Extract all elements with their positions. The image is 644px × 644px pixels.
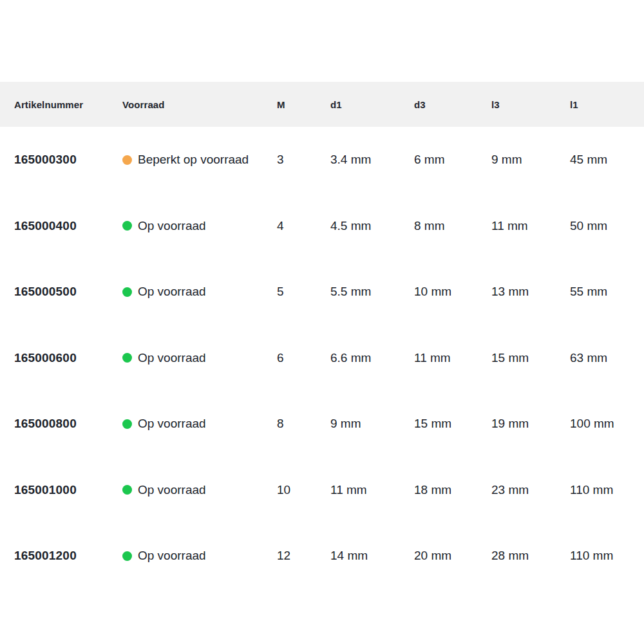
table-row[interactable]: 165001200 Op voorraad 12 14 mm 20 mm 28 … [0,523,644,589]
column-header-m: M [277,99,330,110]
stock-status: Op voorraad [122,417,277,431]
value-d1: 6.6 mm [330,351,414,365]
stock-status-dot-icon [122,287,132,297]
value-m: 10 [277,483,330,497]
value-d3: 6 mm [414,153,491,167]
value-l3: 19 mm [491,417,570,431]
value-l3: 15 mm [491,351,570,365]
article-number[interactable]: 165000600 [14,351,122,365]
stock-status: Op voorraad [122,285,277,299]
table-row[interactable]: 165000300 Beperkt op voorraad 3 3.4 mm 6… [0,127,644,193]
value-m: 4 [277,219,330,233]
article-number[interactable]: 165000500 [14,285,122,299]
stock-status-dot-icon [122,155,132,165]
table-row[interactable]: 165000800 Op voorraad 8 9 mm 15 mm 19 mm… [0,391,644,457]
page: Artikelnummer Voorraad M d1 d3 l3 l1 165… [0,0,644,644]
value-d3: 8 mm [414,219,491,233]
value-l3: 9 mm [491,153,570,167]
value-m: 8 [277,417,330,431]
table-row[interactable]: 165000400 Op voorraad 4 4.5 mm 8 mm 11 m… [0,193,644,260]
value-m: 12 [277,549,330,563]
column-header-l1: l1 [570,99,644,110]
value-d1: 14 mm [330,549,414,563]
value-l3: 28 mm [491,549,570,563]
stock-status-label: Op voorraad [138,417,206,431]
stock-status-label: Op voorraad [138,549,206,563]
stock-status-dot-icon [122,485,132,495]
column-header-d1: d1 [330,99,414,110]
stock-status: Op voorraad [122,219,277,233]
value-m: 3 [277,153,330,167]
stock-status-dot-icon [122,353,132,363]
article-number[interactable]: 165001200 [14,549,122,563]
value-l1: 110 mm [570,549,644,563]
product-stock-table: Artikelnummer Voorraad M d1 d3 l3 l1 165… [0,82,644,589]
value-d1: 9 mm [330,417,414,431]
column-header-l3: l3 [491,99,570,110]
article-number[interactable]: 165000400 [14,219,122,233]
value-l1: 50 mm [570,219,644,233]
value-l1: 63 mm [570,351,644,365]
stock-status-label: Op voorraad [138,285,206,299]
stock-status-dot-icon [122,221,132,231]
value-d3: 10 mm [414,285,491,299]
stock-status: Beperkt op voorraad [122,153,277,167]
stock-status-label: Op voorraad [138,351,206,365]
value-l3: 11 mm [491,219,570,233]
table-body: 165000300 Beperkt op voorraad 3 3.4 mm 6… [0,127,644,589]
value-l3: 23 mm [491,483,570,497]
value-d1: 11 mm [330,483,414,497]
table-row[interactable]: 165000600 Op voorraad 6 6.6 mm 11 mm 15 … [0,325,644,392]
value-m: 5 [277,285,330,299]
stock-status-dot-icon [122,551,132,561]
value-l3: 13 mm [491,285,570,299]
value-l1: 100 mm [570,417,644,431]
value-d1: 3.4 mm [330,153,414,167]
article-number[interactable]: 165001000 [14,483,122,497]
stock-status-label: Op voorraad [138,483,206,497]
value-l1: 45 mm [570,153,644,167]
stock-status: Op voorraad [122,351,277,365]
stock-status-label: Op voorraad [138,219,206,233]
value-d3: 20 mm [414,549,491,563]
stock-status: Op voorraad [122,483,277,497]
column-header-voorraad: Voorraad [122,99,277,110]
value-l1: 110 mm [570,483,644,497]
column-header-d3: d3 [414,99,491,110]
stock-status-label: Beperkt op voorraad [138,153,249,167]
value-d3: 18 mm [414,483,491,497]
table-header-row: Artikelnummer Voorraad M d1 d3 l3 l1 [0,82,644,127]
table-row[interactable]: 165001000 Op voorraad 10 11 mm 18 mm 23 … [0,457,644,524]
table-row[interactable]: 165000500 Op voorraad 5 5.5 mm 10 mm 13 … [0,259,644,325]
column-header-artikelnummer: Artikelnummer [14,99,122,110]
article-number[interactable]: 165000800 [14,417,122,431]
article-number[interactable]: 165000300 [14,153,122,167]
value-d1: 4.5 mm [330,219,414,233]
value-d3: 15 mm [414,417,491,431]
stock-status: Op voorraad [122,549,277,563]
value-l1: 55 mm [570,285,644,299]
value-m: 6 [277,351,330,365]
value-d1: 5.5 mm [330,285,414,299]
value-d3: 11 mm [414,351,491,365]
stock-status-dot-icon [122,419,132,429]
